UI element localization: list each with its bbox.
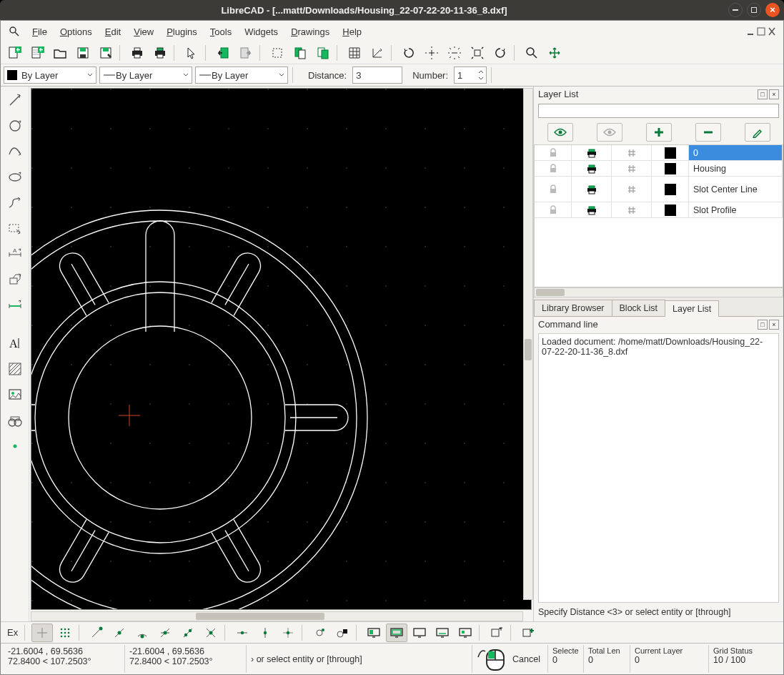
layer-color-swatch[interactable] (652, 202, 689, 217)
polyline-tool[interactable] (4, 192, 26, 214)
ex-mode-button[interactable]: Ex (4, 624, 21, 642)
draft-button[interactable] (367, 44, 388, 62)
cursor-button[interactable] (181, 44, 202, 62)
layer-name[interactable]: Slot Center Line (689, 177, 783, 202)
save-as-button[interactable] (95, 44, 116, 62)
scroll-thumb[interactable] (536, 289, 565, 296)
info-tool[interactable] (4, 295, 26, 317)
curve-tool[interactable] (4, 141, 26, 162)
screen2-button[interactable] (386, 624, 407, 642)
zoom-out-button[interactable] (444, 44, 465, 62)
restrict-ortho-button[interactable] (254, 624, 276, 642)
vertical-scrollbar[interactable] (523, 88, 533, 600)
print-button[interactable] (126, 44, 148, 62)
zoom-window-button[interactable] (521, 44, 542, 62)
snap-free-button[interactable] (31, 624, 53, 642)
zoom-pan-button[interactable] (544, 44, 565, 62)
menu-tools[interactable]: Tools (204, 25, 237, 39)
horizontal-scrollbar[interactable] (31, 611, 523, 621)
lock-icon[interactable] (535, 202, 572, 217)
spinner-icon[interactable] (477, 68, 485, 82)
mdi-controls[interactable] (743, 25, 780, 38)
layer-row[interactable]: Slot Center Line (535, 177, 783, 202)
lock-icon[interactable] (535, 177, 572, 202)
color-combo[interactable]: By Layer (4, 66, 96, 84)
construction-icon[interactable] (612, 161, 652, 176)
modify-tool[interactable] (4, 270, 26, 291)
tab-block-list[interactable]: Block List (612, 300, 666, 316)
panel-float-button[interactable]: □ (758, 320, 768, 330)
grid-button[interactable] (344, 44, 365, 62)
construction-icon[interactable] (612, 202, 652, 217)
point-tool[interactable] (4, 435, 26, 457)
layer-filter-input[interactable] (538, 104, 779, 118)
layer-color-swatch[interactable] (652, 161, 689, 176)
zoom-auto-button[interactable] (467, 44, 488, 62)
print-icon[interactable] (572, 161, 612, 176)
layer-name[interactable]: 0 (689, 145, 783, 160)
copy-button[interactable] (289, 44, 311, 62)
lock-icon[interactable] (535, 161, 572, 176)
print-preview-button[interactable] (149, 44, 171, 62)
menu-help[interactable]: Help (337, 25, 367, 39)
print-icon[interactable] (572, 145, 612, 160)
cut-button[interactable] (267, 44, 288, 62)
layer-remove-button[interactable] (695, 123, 721, 142)
undo-button[interactable] (212, 44, 234, 62)
search-icon-button[interactable] (4, 22, 25, 41)
panel-float-button[interactable]: □ (758, 89, 768, 99)
lock-icon[interactable] (535, 145, 572, 160)
layer-add-button[interactable] (646, 123, 672, 142)
select-tool[interactable] (4, 218, 26, 240)
screen4-button[interactable] (432, 624, 453, 642)
layer-hideall-button[interactable] (597, 123, 622, 142)
snap-onentity-button[interactable] (109, 624, 130, 642)
restrict-nothing-button[interactable] (232, 624, 253, 642)
layer-hscroll[interactable] (534, 287, 783, 297)
dimension-tool[interactable]: A (4, 244, 26, 265)
hatch-tool[interactable] (4, 358, 26, 380)
tab-library-browser[interactable]: Library Browser (534, 300, 612, 316)
panel-close-button[interactable]: × (769, 89, 779, 99)
tab-layer-list[interactable]: Layer List (665, 300, 719, 317)
redo-button[interactable] (235, 44, 257, 62)
number-input[interactable]: 1 (454, 66, 487, 84)
command-prompt[interactable]: Specify Distance <3> or select entity or… (534, 604, 783, 621)
layer-edit-button[interactable] (745, 123, 770, 142)
menu-drawings[interactable]: Drawings (285, 25, 335, 39)
snap-center-button[interactable] (132, 624, 153, 642)
zoom-prev-button[interactable] (490, 44, 511, 62)
snap-grid-button[interactable] (54, 624, 76, 642)
scroll-thumb[interactable] (196, 613, 324, 620)
layer-color-swatch[interactable] (652, 177, 689, 202)
snap-endpoint-button[interactable] (86, 624, 107, 642)
screen3-button[interactable] (409, 624, 430, 642)
drawing-canvas[interactable] (31, 88, 532, 610)
print-icon[interactable] (572, 202, 612, 217)
window-close-button[interactable]: × (765, 3, 780, 17)
image-tool[interactable] (4, 384, 26, 405)
snap-distance-button[interactable] (177, 624, 199, 642)
snap-middle-button[interactable] (154, 624, 176, 642)
new-button[interactable] (4, 44, 25, 62)
rel-zero-button[interactable] (309, 624, 330, 642)
line-tool[interactable] (4, 89, 26, 111)
new-template-button[interactable] (26, 44, 48, 62)
scroll-thumb[interactable] (525, 339, 532, 360)
screen5-button[interactable] (455, 624, 476, 642)
linewidth-combo[interactable]: By Layer (99, 66, 192, 84)
layer-showall-button[interactable] (547, 123, 573, 142)
menu-options[interactable]: Options (54, 25, 98, 39)
mtext-tool[interactable]: A (4, 332, 26, 354)
lock-rel-zero-button[interactable] (332, 624, 353, 642)
construction-icon[interactable] (612, 145, 652, 160)
screen1-button[interactable] (363, 624, 384, 642)
menu-widgets[interactable]: Widgets (239, 25, 284, 39)
ellipse-tool[interactable] (4, 167, 26, 188)
add-screen2-button[interactable] (517, 624, 539, 642)
block-tool[interactable] (4, 410, 26, 431)
layer-row[interactable]: Housing (535, 161, 783, 177)
layer-row[interactable]: 0 (535, 145, 783, 161)
menu-edit[interactable]: Edit (99, 25, 126, 39)
construction-icon[interactable] (612, 177, 652, 202)
